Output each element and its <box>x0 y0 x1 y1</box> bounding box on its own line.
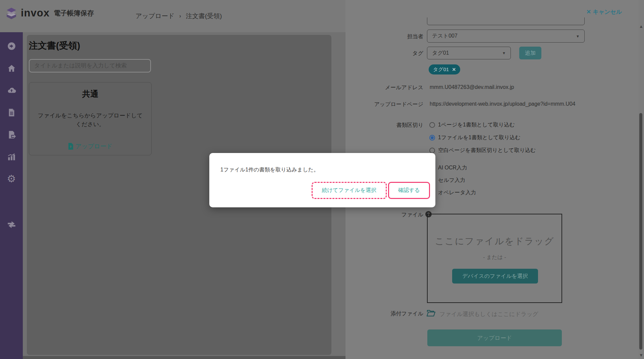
sidebar-document-icon[interactable] <box>0 101 23 123</box>
radio-icon <box>429 122 435 128</box>
attachment-placeholder[interactable]: ファイル選択もしくはここにドラッグ <box>439 310 538 318</box>
brand-name: invox <box>21 7 50 19</box>
email-value: mmm.U0487263@dev.mail.invox.jp <box>430 84 514 90</box>
card-upload-link[interactable]: アップロード <box>29 142 151 150</box>
continue-select-file-button[interactable]: 続けてファイルを選択 <box>312 182 387 199</box>
sidebar-toggle-arrow-circle-icon[interactable] <box>0 35 23 57</box>
caret-down-icon: ▼ <box>502 51 506 55</box>
doc-split-radio[interactable]: 1ファイルを1書類として取り込む <box>429 134 521 141</box>
cutoff-field[interactable] <box>427 17 585 25</box>
upload-page-value: https://development-web.invox.jp/upload_… <box>430 101 575 107</box>
tag-chip[interactable]: タグ01 ✕ <box>429 64 460 74</box>
sidebar-report-chart-icon[interactable] <box>0 146 23 168</box>
open-folder-icon[interactable] <box>427 309 435 318</box>
radio-icon <box>429 148 435 153</box>
email-label: メールアドレス <box>353 84 423 91</box>
file-upload-icon <box>68 143 73 150</box>
confirm-button[interactable]: 確認する <box>388 182 430 199</box>
modal-buttons: 続けてファイルを選択 確認する <box>312 182 430 199</box>
close-icon: ✕ <box>586 8 591 15</box>
dropzone-or-text: - または - <box>428 254 561 261</box>
doc-split-radio[interactable]: 1ページを1書類として取り込む <box>429 121 515 129</box>
cutoff-field-wrapper <box>427 17 585 25</box>
chevron-right-icon: › <box>179 13 181 19</box>
scroll-down-arrow-icon[interactable]: ▼ <box>639 353 643 357</box>
chip-close-icon[interactable]: ✕ <box>452 67 456 72</box>
card-title: 共通 <box>29 89 151 99</box>
brand[interactable]: invox 電子帳簿保存 <box>5 6 94 20</box>
breadcrumb-upload[interactable]: アップロード <box>136 12 174 20</box>
modal-message: 1ファイル1件の書類を取り込みました。 <box>220 166 319 173</box>
sidebar-cloud-upload-icon[interactable] <box>0 79 23 101</box>
file-label: ファイル <box>353 211 423 218</box>
vertical-scrollbar-thumb[interactable] <box>639 113 642 350</box>
page-title: 注文書(受領) <box>29 40 80 52</box>
input-method-operator[interactable]: オペレータ入力 <box>438 189 476 196</box>
breadcrumb: アップロード › 注文書(受領) <box>136 0 222 32</box>
dropzone-drag-text: ここにファイルをドラッグ <box>428 235 561 247</box>
sidebar-settings-gear-icon[interactable]: ⚙ <box>0 168 23 190</box>
assignee-select[interactable]: テスト007 ▼ <box>427 30 585 43</box>
card-body-text: ファイルをこちらからアップロードして ください。 <box>29 111 151 129</box>
sidebar-switch-service-icon[interactable] <box>0 213 23 236</box>
sidebar-home-icon[interactable] <box>0 57 23 79</box>
scroll-up-arrow-icon[interactable]: ▲ <box>639 24 643 29</box>
file-dropzone[interactable]: ここにファイルをドラッグ - または - デバイスのファイルを選択 <box>427 214 562 303</box>
attachment-label: 添付ファイル <box>353 310 423 317</box>
sidebar: ⚙ <box>0 32 23 359</box>
app-root: invox 電子帳簿保存 アップロード › 注文書(受領) <box>0 0 644 359</box>
import-result-modal: 1ファイル1件の書類を取り込みました。 続けてファイルを選択 確認する <box>209 153 435 207</box>
assignee-label: 担当者 <box>353 33 423 40</box>
upload-page-label: アップロードページ <box>353 101 423 108</box>
doc-split-label: 書類区切り <box>353 122 423 129</box>
tag-label: タグ <box>353 50 423 57</box>
tag-add-button[interactable]: 追加 <box>519 47 541 59</box>
sidebar-file-export-icon[interactable] <box>0 123 23 146</box>
horizontal-scrollbar[interactable] <box>23 356 345 359</box>
breadcrumb-order-form: 注文書(受領) <box>186 12 222 20</box>
panel-upload-button[interactable]: アップロード <box>427 329 562 346</box>
invox-logo-icon <box>5 6 18 20</box>
device-file-select-button[interactable]: デバイスのファイルを選択 <box>452 269 538 284</box>
tag-select[interactable]: タグ01 ▼ <box>427 47 511 59</box>
common-upload-card: 共通 ファイルをこちらからアップロードして ください。 アップロード <box>29 82 152 155</box>
brand-suffix: 電子帳簿保存 <box>54 9 94 18</box>
caret-down-icon: ▼ <box>576 34 580 38</box>
doc-split-radio[interactable]: 空白ページを書類区切りとして取り込む <box>429 147 536 154</box>
panel-cancel-button[interactable]: ✕ キャンセル <box>586 8 622 16</box>
search-input[interactable] <box>29 59 151 72</box>
radio-icon <box>429 135 435 141</box>
input-method-self[interactable]: セルフ入力 <box>438 177 465 184</box>
input-method-ai-ocr[interactable]: AI OCR入力 <box>438 164 467 171</box>
